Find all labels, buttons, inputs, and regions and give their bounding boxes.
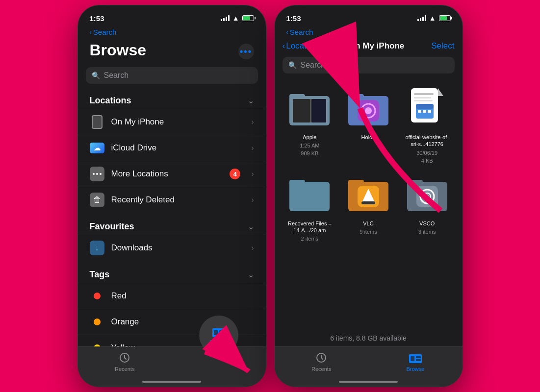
nav-bar-right: ‹ Locations On My iPhone Select <box>275 39 463 55</box>
holon-folder-thumb <box>345 85 391 132</box>
select-button[interactable]: Select <box>431 41 454 51</box>
svg-rect-42 <box>416 356 421 358</box>
chevron-right-icon: › <box>251 118 254 126</box>
file-item-official[interactable]: official-website-of-sri-s...412776 30/06… <box>402 85 453 164</box>
iphone-icon <box>90 115 104 129</box>
search-bar-left[interactable]: 🔍 Search <box>86 67 258 84</box>
vsco-file-meta1: 3 items <box>418 229 436 235</box>
search-placeholder-right: Search <box>301 61 326 70</box>
left-phone: 1:53 ▲ ‹ Search Bro <box>77 5 266 387</box>
svg-rect-23 <box>418 110 421 113</box>
favourites-section-header: Favourites ⌄ <box>78 218 266 235</box>
chevron-left-icon-right: ‹ <box>286 28 288 36</box>
status-bar-right: 1:53 ▲ <box>275 5 463 27</box>
red-label: Red <box>111 291 254 301</box>
back-nav-right[interactable]: ‹ Search <box>275 27 463 39</box>
official-file-name: official-website-of-sri-s...412776 <box>402 134 453 148</box>
orange-dot-icon <box>90 315 104 329</box>
browse-tab-label-right: Browse <box>406 366 424 372</box>
downloads-icon: ↓ <box>90 241 104 255</box>
svg-marker-17 <box>438 88 443 96</box>
vlc-file-name: VLC <box>363 220 373 227</box>
svg-rect-27 <box>289 180 305 187</box>
chevron-right-icon: › <box>251 144 254 152</box>
svg-rect-4 <box>219 333 224 335</box>
list-item-downloads[interactable]: ↓ Downloads › <box>78 235 266 261</box>
back-nav-left[interactable]: ‹ Search <box>78 27 266 39</box>
official-file-thumb <box>404 85 450 132</box>
file-item-vlc[interactable]: VLC 9 items <box>343 172 394 242</box>
svg-rect-41 <box>411 356 414 361</box>
signal-icon <box>221 15 230 21</box>
more-locations-icon <box>90 167 104 181</box>
list-item-on-my-iphone[interactable]: On My iPhone › <box>78 109 266 135</box>
vlc-file-meta1: 9 items <box>360 229 377 235</box>
browse-tab-label-left: Browse <box>209 339 228 345</box>
back-label-right: Search <box>290 28 313 36</box>
vsco-folder-thumb <box>404 172 450 218</box>
tab-recents-right[interactable]: Recents <box>275 351 369 372</box>
more-locations-label: More Locations <box>111 169 223 179</box>
recovered-file-meta1: 2 items <box>301 236 318 242</box>
status-bar-left: 1:53 ▲ <box>78 5 266 27</box>
browse-icon-right <box>409 351 422 365</box>
apple-file-meta2: 909 KB <box>301 150 318 156</box>
list-item-red[interactable]: Red <box>78 283 266 309</box>
nav-title-right: On My iPhone <box>349 41 404 51</box>
tab-recents-left[interactable]: Recents <box>78 351 172 372</box>
icloud-drive-label: iCloud Drive <box>111 143 245 153</box>
svg-rect-29 <box>348 180 364 187</box>
file-item-holon[interactable]: Holon <box>343 85 394 164</box>
tags-title: Tags <box>90 270 110 280</box>
more-button[interactable]: ••• <box>238 44 254 59</box>
battery-icon <box>242 15 254 21</box>
apple-folder-thumb <box>286 85 333 132</box>
recovered-file-name: Recovered Files – 14-A.../20 am <box>284 220 335 234</box>
list-item-recently-deleted[interactable]: 🗑 Recently Deleted › <box>78 187 266 213</box>
locations-title: Locations <box>90 96 131 106</box>
back-arrow-left[interactable]: ‹ Search <box>90 28 117 36</box>
tags-chevron-icon[interactable]: ⌄ <box>248 270 254 279</box>
home-indicator-left <box>142 381 201 383</box>
on-my-iphone-label: On My iPhone <box>111 117 245 127</box>
search-bar-right[interactable]: 🔍 Search <box>283 57 455 74</box>
chevron-right-icon: › <box>251 196 254 204</box>
official-file-meta2: 4 KB <box>421 158 433 164</box>
tab-browse-right[interactable]: Browse <box>368 351 463 372</box>
chevron-right-icon: › <box>251 244 254 252</box>
locations-section-header: Locations ⌄ <box>78 92 266 109</box>
file-item-apple[interactable]: Apple 1:25 AM 909 KB <box>284 85 335 164</box>
trash-icon: 🗑 <box>90 193 104 207</box>
svg-rect-32 <box>361 201 375 204</box>
recents-icon-right <box>314 351 328 365</box>
chevron-left-icon: ‹ <box>90 28 92 36</box>
svg-point-38 <box>426 195 429 198</box>
favourites-chevron-icon[interactable]: ⌄ <box>248 222 254 231</box>
list-item-blue[interactable]: Blue <box>78 387 266 387</box>
time-left: 1:53 <box>90 14 104 23</box>
tags-section-header: Tags ⌄ <box>78 266 266 283</box>
apple-file-name: Apple <box>303 134 316 141</box>
file-item-recovered[interactable]: Recovered Files – 14-A.../20 am 2 items <box>284 172 335 242</box>
status-icons-left: ▲ <box>221 14 254 22</box>
locations-chevron-icon[interactable]: ⌄ <box>248 96 254 105</box>
wifi-icon: ▲ <box>232 14 239 22</box>
svg-rect-18 <box>414 93 434 95</box>
file-grid: Apple 1:25 AM 909 KB Holon <box>275 81 463 245</box>
nav-back-locations[interactable]: ‹ Locations <box>283 41 322 51</box>
svg-rect-43 <box>416 359 421 361</box>
browse-active-circle: Browse <box>199 316 238 355</box>
signal-icon-right <box>417 15 426 21</box>
svg-rect-9 <box>293 99 310 122</box>
icloud-icon: ☁ <box>90 141 104 155</box>
svg-rect-22 <box>416 104 434 109</box>
file-item-vsco[interactable]: VSCO 3 items <box>402 172 453 242</box>
list-item-more-locations[interactable]: More Locations 4 › <box>78 161 266 187</box>
back-arrow-right[interactable]: ‹ Search <box>286 28 313 36</box>
wifi-icon-right: ▲ <box>429 14 436 22</box>
search-placeholder-left: Search <box>104 71 129 80</box>
search-icon-left: 🔍 <box>92 72 100 79</box>
list-item-icloud-drive[interactable]: ☁ iCloud Drive › <box>78 135 266 161</box>
bottom-status-text: 6 items, 8.8 GB available <box>330 334 407 342</box>
svg-rect-12 <box>348 94 364 101</box>
